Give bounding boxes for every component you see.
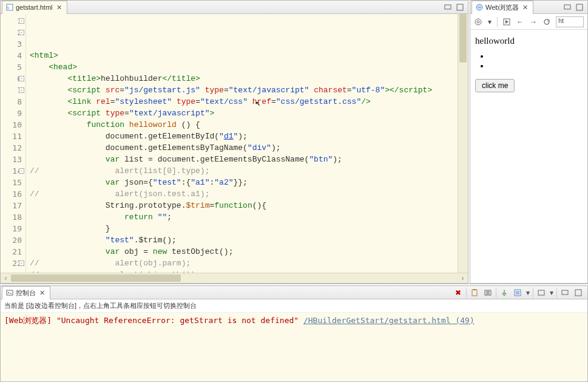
minimize-icon[interactable]: [563, 3, 572, 12]
console-tab-bar: 控制台 ✕ ✖ ▾ ▾: [1, 286, 587, 299]
code-line[interactable]: <title>hellohbuilder</title>: [30, 73, 458, 84]
code-line[interactable]: document.getElementsByTagName("div");: [30, 142, 458, 154]
globe-icon: [476, 4, 483, 11]
svg-rect-15: [538, 290, 544, 295]
code-line[interactable]: <head>: [30, 61, 458, 73]
console-tab-label: 控制台: [16, 288, 36, 298]
web-browser-pane: Web浏览器 ✕ ▾ ← → ht helloworld: [470, 0, 588, 284]
browser-tab-label: Web浏览器: [485, 3, 519, 12]
line-number: 21: [1, 246, 22, 258]
line-number: 18: [1, 211, 22, 223]
pin-icon[interactable]: [499, 287, 510, 298]
code-line[interactable]: "test".$trim();: [30, 234, 458, 246]
svg-rect-3: [457, 4, 463, 10]
line-number: 16: [1, 188, 22, 200]
forward-icon[interactable]: →: [529, 18, 538, 26]
console-menu-icon[interactable]: [512, 287, 523, 298]
scroll-right-icon[interactable]: ›: [458, 274, 468, 282]
maximize-icon[interactable]: [456, 3, 464, 12]
fold-icon[interactable]: -: [19, 87, 24, 93]
code-line[interactable]: var json={"test":{"a1":"a2"}};: [30, 177, 458, 188]
line-number: 17: [1, 200, 22, 211]
code-line[interactable]: function helloworld () {: [30, 119, 458, 131]
click-me-button[interactable]: click me: [475, 79, 515, 92]
line-number: 12: [1, 142, 22, 154]
chevron-down-icon[interactable]: ▾: [487, 18, 492, 26]
chevron-down-icon[interactable]: ▾: [525, 287, 530, 298]
lock-scroll-icon[interactable]: [482, 287, 493, 298]
code-line[interactable]: }: [30, 223, 458, 234]
line-number: 15: [1, 177, 22, 188]
preview-list: [490, 51, 583, 70]
refresh-icon[interactable]: [542, 18, 551, 26]
minimize-icon[interactable]: [444, 3, 452, 12]
line-number: 2-: [1, 27, 22, 38]
editor-tab[interactable]: 5 getstart.html ✕: [2, 1, 67, 14]
code-line[interactable]: <script src="js/getstart.js" type="text/…: [30, 84, 458, 96]
line-number: 19: [1, 223, 22, 234]
code-editor[interactable]: 1-2-3456-7-891011121314-1516171819202122…: [1, 14, 468, 273]
browser-preview: helloworld click me: [470, 30, 587, 283]
line-number: 6-: [1, 73, 22, 84]
console-tab[interactable]: 控制台 ✕: [2, 286, 50, 299]
display-selected-icon[interactable]: [536, 287, 547, 298]
fold-icon[interactable]: -: [19, 261, 24, 266]
html-file-icon: 5: [6, 4, 13, 11]
minimize-icon[interactable]: [559, 287, 570, 298]
editor-pane: 5 getstart.html ✕ 1-2-3456-7-89101112131…: [0, 0, 468, 284]
chevron-down-icon[interactable]: ▾: [549, 287, 554, 298]
browser-toolbar: ▾ ← → ht: [470, 14, 587, 30]
svg-rect-16: [562, 290, 568, 295]
run-icon[interactable]: [502, 18, 511, 26]
svg-rect-12: [473, 289, 476, 290]
close-icon[interactable]: ✕: [521, 4, 529, 12]
console-pane: 控制台 ✕ ✖ ▾ ▾ 当前是 [边改边看控制台]，点右上角工具条相应按钮可切: [0, 285, 588, 382]
code-line[interactable]: // alert(json.test.a1);: [30, 188, 458, 200]
code-line[interactable]: <script type="text/javascript">: [30, 107, 458, 119]
line-number: 3: [1, 38, 22, 50]
line-number: 7-: [1, 84, 22, 96]
url-field[interactable]: ht: [556, 16, 584, 27]
maximize-icon[interactable]: [575, 3, 584, 12]
fold-icon[interactable]: -: [19, 30, 24, 35]
error-location[interactable]: /HBuilderGetStart/getstart.html (49): [303, 316, 475, 325]
svg-rect-5: [564, 5, 570, 9]
gear-icon[interactable]: [474, 18, 482, 26]
code-area[interactable]: ↖ <html> <head> <title>hellohbuilder</ti…: [26, 14, 458, 273]
terminal-icon: [6, 289, 13, 296]
code-line[interactable]: document.getElementById("d1");: [30, 131, 458, 142]
line-number: 4: [1, 50, 22, 61]
line-number: 5: [1, 61, 22, 73]
code-line[interactable]: // alert(obj.parm);: [30, 258, 458, 269]
preview-text: helloworld: [475, 36, 583, 46]
code-line[interactable]: <html>: [30, 50, 458, 61]
code-line[interactable]: var obj = new testObject();: [30, 246, 458, 258]
maximize-icon[interactable]: [573, 287, 584, 298]
close-icon[interactable]: ✕: [38, 289, 46, 297]
back-icon[interactable]: ←: [516, 18, 524, 26]
editor-tab-label: getstart.html: [16, 4, 53, 11]
scroll-left-icon[interactable]: ‹: [1, 274, 11, 282]
delete-icon[interactable]: ✖: [453, 287, 464, 298]
code-line[interactable]: // alert(obj.meth());: [30, 269, 458, 273]
fold-icon[interactable]: -: [19, 76, 24, 81]
code-line[interactable]: String.prototype.$trim=function(){: [30, 200, 458, 211]
editor-tab-bar: 5 getstart.html ✕: [1, 1, 468, 14]
browser-tab[interactable]: Web浏览器 ✕: [471, 1, 533, 14]
fold-icon[interactable]: -: [19, 18, 24, 24]
code-line[interactable]: var list = document.getElementsByClassNa…: [30, 154, 458, 165]
svg-rect-6: [576, 4, 583, 10]
fold-icon[interactable]: -: [19, 168, 24, 174]
horizontal-scrollbar[interactable]: ‹ ›: [1, 273, 468, 283]
close-icon[interactable]: ✕: [55, 4, 63, 12]
line-number: 13: [1, 154, 22, 165]
vertical-scrollbar[interactable]: [458, 14, 468, 273]
line-number: 10: [1, 119, 22, 131]
line-number: 9: [1, 107, 22, 119]
clipboard-icon[interactable]: [469, 287, 480, 298]
svg-rect-11: [472, 290, 477, 296]
code-line[interactable]: return "";: [30, 211, 458, 223]
code-line[interactable]: // alert(list[0].type);: [30, 165, 458, 177]
console-output[interactable]: [Web浏览器] "Uncaught ReferenceError: getSt…: [1, 313, 587, 381]
code-line[interactable]: <link rel="stylesheet" type="text/css" h…: [30, 96, 458, 107]
